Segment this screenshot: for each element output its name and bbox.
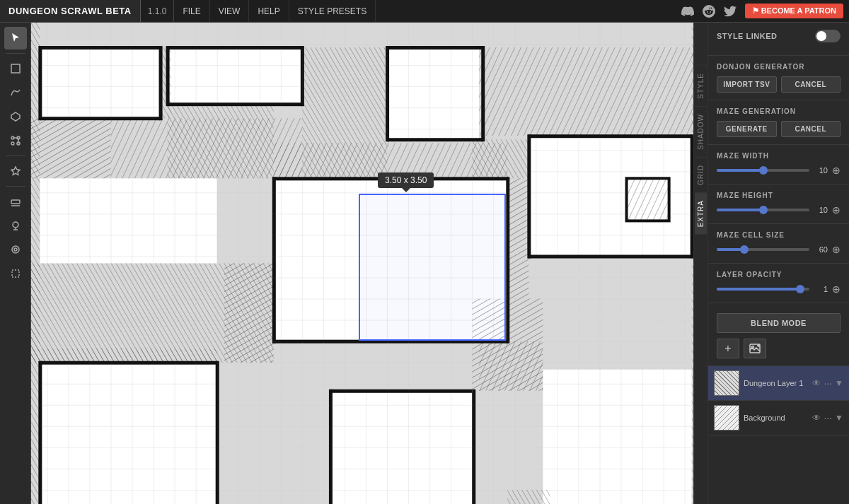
navbar: DUNGEON SCRAWL BETA 1.1.0 FILE VIEW HELP… xyxy=(0,0,849,23)
style-linked-label: STYLE LINKED xyxy=(717,32,777,40)
layer-opacity-slider[interactable] xyxy=(717,288,809,291)
layer-thumb-background xyxy=(714,405,739,430)
layer-expand-bg[interactable]: ▼ xyxy=(835,413,843,423)
maze-cell-size-slider[interactable] xyxy=(717,248,809,251)
generate-button[interactable]: GENERATE xyxy=(717,121,777,137)
add-image-layer-button[interactable] xyxy=(744,339,766,358)
tool-room[interactable] xyxy=(4,57,27,80)
nav-style-presets[interactable]: STYLE PRESETS xyxy=(289,0,376,22)
maze-width-label: MAZE WIDTH xyxy=(717,152,841,160)
nav-file[interactable]: FILE xyxy=(174,0,209,22)
maze-section: MAZE GENERATION GENERATE CANCEL xyxy=(708,100,849,145)
layer-opacity-increment[interactable]: ⊕ xyxy=(832,284,841,294)
layer-thumb-pattern-1 xyxy=(715,371,739,395)
tool-stamp[interactable] xyxy=(4,214,27,237)
blend-mode-section: BLEND MODE + xyxy=(708,303,849,366)
tool-separator-2 xyxy=(6,156,25,156)
svg-marker-1 xyxy=(11,112,20,121)
side-tabs: STYLE SHADOW GRID EXTRA xyxy=(693,23,708,504)
maze-width-value: 10 xyxy=(814,166,828,175)
reddit-icon[interactable] xyxy=(701,4,717,19)
tab-shadow[interactable]: SHADOW xyxy=(695,106,707,157)
layer-more-1[interactable]: ··· xyxy=(824,377,832,389)
blend-mode-button[interactable]: BLEND MODE xyxy=(717,313,841,333)
maze-height-label: MAZE HEIGHT xyxy=(717,192,841,199)
maze-cell-size-label: MAZE CELL SIZE xyxy=(717,231,841,239)
layer-actions-row: + xyxy=(717,339,841,358)
maze-cell-size-slider-row: 60 ⊕ xyxy=(717,245,841,254)
maze-title: MAZE GENERATION xyxy=(717,107,841,115)
maze-width-slider[interactable] xyxy=(717,169,809,172)
maze-height-slider[interactable] xyxy=(717,209,809,211)
maze-cell-size-thumb[interactable] xyxy=(740,245,749,254)
donjon-cancel-button[interactable]: CANCEL xyxy=(781,76,841,93)
layer-list: Dungeon Layer 1 👁 ··· ▼ Background 👁 xyxy=(708,366,849,504)
maze-width-slider-row: 10 ⊕ xyxy=(717,165,841,175)
maze-cancel-button[interactable]: CANCEL xyxy=(781,121,841,137)
svg-rect-0 xyxy=(11,64,20,73)
app-version[interactable]: 1.1.0 xyxy=(141,0,175,22)
right-panel: STYLE SHADOW GRID EXTRA STYLE LINKED DON… xyxy=(693,23,849,504)
tool-crop[interactable] xyxy=(4,262,27,285)
layer-expand-1[interactable]: ▼ xyxy=(835,378,843,388)
main-area: 3.50 x 3.50 STYLE SHADOW GRID EXTRA STYL… xyxy=(0,23,849,504)
tab-style[interactable]: STYLE xyxy=(695,65,707,106)
tool-polygon[interactable] xyxy=(4,105,27,128)
tool-erase[interactable] xyxy=(4,190,27,213)
layer-controls-1: 👁 ··· ▼ xyxy=(812,377,843,389)
tool-select[interactable] xyxy=(4,27,27,49)
maze-width-increment[interactable]: ⊕ xyxy=(832,165,841,175)
donjon-section: DONJON GENERATOR IMPORT TSV CANCEL xyxy=(708,56,849,100)
layer-item-dungeon-1[interactable]: Dungeon Layer 1 👁 ··· ▼ xyxy=(708,366,849,401)
layer-thumb-dungeon-1 xyxy=(714,370,739,396)
maze-height-slider-row: 10 ⊕ xyxy=(717,205,841,215)
social-icons-group xyxy=(673,4,745,19)
maze-cell-size-value: 60 xyxy=(814,245,828,254)
nav-help[interactable]: HELP xyxy=(249,0,289,22)
svg-rect-83 xyxy=(31,23,693,504)
layer-thumb-pattern-bg xyxy=(715,406,739,430)
twitter-icon[interactable] xyxy=(722,4,738,19)
svg-point-5 xyxy=(11,142,14,145)
layer-name-dungeon-1: Dungeon Layer 1 xyxy=(744,379,808,387)
layer-opacity-fill xyxy=(717,288,800,291)
layer-opacity-label: LAYER OPACITY xyxy=(717,271,841,279)
tool-node[interactable] xyxy=(4,129,27,152)
patron-button[interactable]: ⚑ BECOME A PATRON xyxy=(745,4,843,18)
maze-width-thumb[interactable] xyxy=(759,166,768,175)
tool-star[interactable] xyxy=(4,160,27,182)
maze-btn-row: GENERATE CANCEL xyxy=(717,121,841,137)
discord-icon[interactable] xyxy=(680,4,695,19)
toggle-knob xyxy=(816,31,826,41)
canvas-area[interactable]: 3.50 x 3.50 xyxy=(31,23,693,504)
add-layer-button[interactable]: + xyxy=(717,339,739,358)
maze-height-increment[interactable]: ⊕ xyxy=(832,205,841,215)
nav-view[interactable]: VIEW xyxy=(210,0,250,22)
app-brand: DUNGEON SCRAWL BETA xyxy=(0,0,141,22)
maze-width-section: MAZE WIDTH 10 ⊕ xyxy=(708,145,849,184)
tool-circle[interactable] xyxy=(4,238,27,261)
layer-eye-1[interactable]: 👁 xyxy=(812,378,821,388)
donjon-btn-row: IMPORT TSV CANCEL xyxy=(717,76,841,93)
maze-width-fill xyxy=(717,169,763,172)
layer-eye-bg[interactable]: 👁 xyxy=(812,413,821,423)
maze-cell-size-increment[interactable]: ⊕ xyxy=(832,245,841,254)
layer-opacity-thumb[interactable] xyxy=(796,285,804,293)
style-linked-toggle[interactable] xyxy=(815,30,841,42)
left-toolbar xyxy=(0,23,31,504)
layer-item-background[interactable]: Background 👁 ··· ▼ xyxy=(708,401,849,435)
svg-point-13 xyxy=(12,246,19,253)
style-linked-section: STYLE LINKED xyxy=(708,23,849,56)
maze-height-section: MAZE HEIGHT 10 ⊕ xyxy=(708,184,849,224)
style-linked-row: STYLE LINKED xyxy=(717,30,841,42)
layer-opacity-value: 1 xyxy=(814,285,828,293)
tab-grid[interactable]: GRID xyxy=(695,157,707,192)
svg-rect-8 xyxy=(11,200,20,204)
tab-extra[interactable]: EXTRA xyxy=(695,192,707,234)
layer-more-bg[interactable]: ··· xyxy=(824,412,832,423)
layer-name-background: Background xyxy=(744,414,808,422)
maze-height-thumb[interactable] xyxy=(759,206,768,214)
import-tsv-button[interactable]: IMPORT TSV xyxy=(717,76,777,93)
tool-freehand[interactable] xyxy=(4,81,27,104)
layer-controls-bg: 👁 ··· ▼ xyxy=(812,412,843,423)
